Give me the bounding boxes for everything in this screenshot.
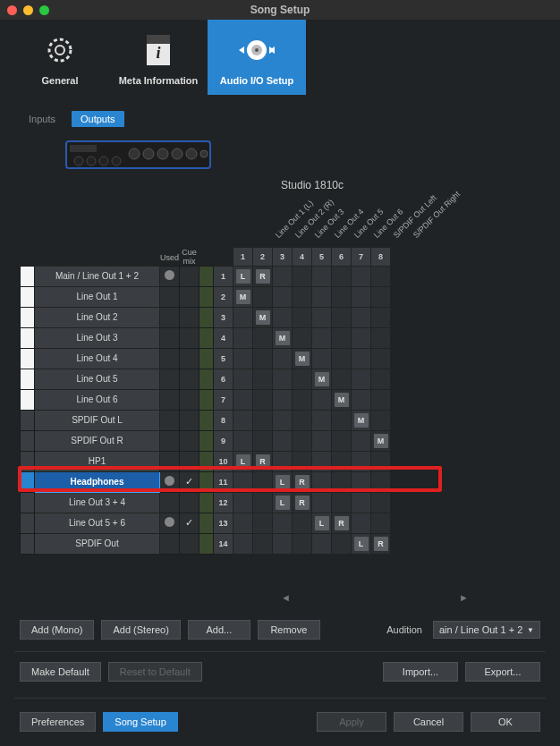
used-cell[interactable] bbox=[160, 327, 180, 348]
used-cell[interactable] bbox=[160, 533, 180, 554]
channel-cell[interactable] bbox=[233, 513, 253, 533]
channel-cell[interactable] bbox=[371, 307, 391, 327]
channel-cell[interactable]: L bbox=[233, 266, 253, 286]
channel-cell[interactable] bbox=[332, 410, 352, 430]
channel-cell[interactable] bbox=[273, 307, 293, 327]
channel-cell[interactable] bbox=[352, 492, 371, 513]
channel-cell[interactable] bbox=[332, 348, 352, 369]
channel-cell[interactable]: M bbox=[253, 307, 273, 327]
used-cell[interactable] bbox=[160, 389, 180, 410]
output-name[interactable]: Line Out 3 + 4 bbox=[35, 492, 160, 513]
channel-cell[interactable] bbox=[312, 533, 332, 554]
used-cell[interactable] bbox=[160, 492, 180, 513]
row-color-swatch[interactable] bbox=[21, 327, 35, 348]
channel-cell[interactable]: R bbox=[253, 451, 273, 471]
channel-cell[interactable] bbox=[253, 410, 273, 430]
channel-cell[interactable] bbox=[352, 286, 371, 307]
channel-cell[interactable] bbox=[371, 369, 391, 389]
output-name[interactable]: Line Out 2 bbox=[35, 307, 160, 327]
channel-cell[interactable] bbox=[293, 369, 312, 389]
cue-cell[interactable]: ✓ bbox=[180, 471, 199, 492]
channel-cell[interactable] bbox=[273, 266, 293, 286]
ok-button[interactable]: OK bbox=[471, 712, 540, 732]
channel-cell[interactable] bbox=[352, 471, 371, 492]
channel-cell[interactable] bbox=[253, 533, 273, 554]
channel-cell[interactable] bbox=[253, 327, 273, 348]
channel-cell[interactable]: M bbox=[233, 286, 253, 307]
row-color-swatch[interactable] bbox=[21, 286, 35, 307]
row-color-swatch[interactable] bbox=[21, 389, 35, 410]
remove-button[interactable]: Remove bbox=[258, 620, 320, 640]
apply-button[interactable]: Apply bbox=[317, 712, 386, 732]
channel-cell[interactable] bbox=[293, 327, 312, 348]
channel-cell[interactable]: R bbox=[293, 492, 312, 513]
channel-cell[interactable] bbox=[312, 327, 332, 348]
channel-cell[interactable] bbox=[312, 471, 332, 492]
channel-cell[interactable] bbox=[273, 389, 293, 410]
channel-cell[interactable] bbox=[312, 492, 332, 513]
channel-cell[interactable] bbox=[253, 389, 273, 410]
arrow-left-icon[interactable]: ◄ bbox=[281, 592, 291, 603]
channel-cell[interactable]: L bbox=[352, 533, 371, 554]
cue-cell[interactable] bbox=[180, 389, 199, 410]
channel-cell[interactable] bbox=[312, 410, 332, 430]
channel-cell[interactable] bbox=[253, 430, 273, 451]
import-button[interactable]: Import... bbox=[383, 662, 458, 682]
output-name[interactable]: Line Out 3 bbox=[35, 327, 160, 348]
arrow-right-icon[interactable]: ► bbox=[459, 592, 469, 603]
channel-cell[interactable] bbox=[371, 389, 391, 410]
channel-cell[interactable] bbox=[352, 327, 371, 348]
channel-cell[interactable] bbox=[253, 348, 273, 369]
cue-cell[interactable] bbox=[180, 266, 199, 286]
channel-cell[interactable]: M bbox=[352, 410, 371, 430]
cue-cell[interactable] bbox=[180, 286, 199, 307]
tab-audio-io-setup[interactable]: Audio I/O Setup bbox=[208, 20, 306, 95]
channel-cell[interactable]: M bbox=[371, 430, 391, 451]
used-cell[interactable] bbox=[160, 348, 180, 369]
channel-cell[interactable] bbox=[371, 266, 391, 286]
add-button[interactable]: Add... bbox=[188, 620, 250, 640]
channel-cell[interactable] bbox=[273, 430, 293, 451]
channel-cell[interactable] bbox=[273, 513, 293, 533]
channel-cell[interactable] bbox=[332, 451, 352, 471]
cue-cell[interactable] bbox=[180, 451, 199, 471]
channel-cell[interactable] bbox=[273, 451, 293, 471]
channel-cell[interactable] bbox=[293, 410, 312, 430]
channel-cell[interactable] bbox=[332, 492, 352, 513]
channel-cell[interactable] bbox=[352, 266, 371, 286]
channel-cell[interactable] bbox=[312, 286, 332, 307]
channel-cell[interactable] bbox=[293, 286, 312, 307]
song-setup-button[interactable]: Song Setup bbox=[103, 712, 178, 732]
channel-cell[interactable] bbox=[293, 266, 312, 286]
row-color-swatch[interactable] bbox=[21, 348, 35, 369]
channel-cell[interactable]: R bbox=[371, 533, 391, 554]
used-cell[interactable] bbox=[160, 471, 180, 492]
channel-cell[interactable]: L bbox=[273, 492, 293, 513]
row-color-swatch[interactable] bbox=[21, 369, 35, 389]
channel-cell[interactable] bbox=[293, 307, 312, 327]
channel-cell[interactable] bbox=[352, 307, 371, 327]
output-name[interactable]: Line Out 5 + 6 bbox=[35, 513, 160, 533]
tab-meta-information[interactable]: i Meta Information bbox=[109, 20, 208, 95]
row-color-swatch[interactable] bbox=[21, 513, 35, 533]
channel-cell[interactable] bbox=[371, 451, 391, 471]
channel-cell[interactable] bbox=[253, 513, 273, 533]
channel-cell[interactable]: M bbox=[273, 327, 293, 348]
row-color-swatch[interactable] bbox=[21, 410, 35, 430]
channel-cell[interactable] bbox=[371, 348, 391, 369]
cue-cell[interactable] bbox=[180, 533, 199, 554]
output-name[interactable]: Headphones bbox=[35, 471, 160, 492]
channel-cell[interactable] bbox=[371, 327, 391, 348]
channel-cell[interactable]: M bbox=[293, 348, 312, 369]
channel-cell[interactable]: L bbox=[233, 451, 253, 471]
channel-cell[interactable] bbox=[352, 513, 371, 533]
channel-cell[interactable] bbox=[332, 327, 352, 348]
row-color-swatch[interactable] bbox=[21, 307, 35, 327]
channel-cell[interactable] bbox=[233, 410, 253, 430]
channel-cell[interactable] bbox=[371, 471, 391, 492]
channel-cell[interactable]: L bbox=[312, 513, 332, 533]
channel-cell[interactable] bbox=[273, 348, 293, 369]
channel-cell[interactable] bbox=[293, 513, 312, 533]
channel-cell[interactable] bbox=[233, 533, 253, 554]
row-color-swatch[interactable] bbox=[21, 492, 35, 513]
